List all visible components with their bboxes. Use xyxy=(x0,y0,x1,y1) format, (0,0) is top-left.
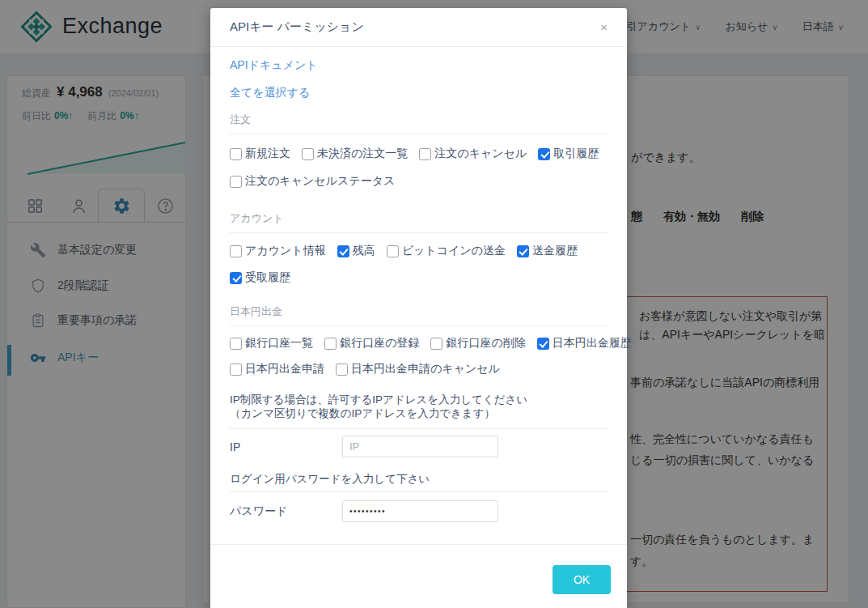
permission-checkbox-label: 注文のキャンセルステータス xyxy=(245,174,395,189)
checkbox-row: 新規注文未決済の注文一覧注文のキャンセル取引履歴 xyxy=(230,145,608,163)
password-note: ログイン用パスワードを入力して下さい xyxy=(230,472,608,486)
ip-input[interactable] xyxy=(342,436,498,457)
permission-checkbox[interactable]: 未決済の注文一覧 xyxy=(302,147,408,161)
modal-body: APIドキュメント 全てを選択する 注文新規注文未決済の注文一覧注文のキャンセル… xyxy=(210,57,627,522)
section-title: 日本円出金 xyxy=(230,304,608,319)
api-permission-modal: APIキー パーミッション × APIドキュメント 全てを選択する 注文新規注文… xyxy=(210,8,627,608)
checkbox-row: アカウント情報残高ビットコインの送金送金履歴 xyxy=(230,242,608,260)
checkbox-row: 受取履歴 xyxy=(230,269,608,287)
ip-field-row: IP xyxy=(230,436,608,457)
modal-title: APIキー パーミッション xyxy=(230,19,364,35)
permission-sections: 注文新規注文未決済の注文一覧注文のキャンセル取引履歴注文のキャンセルステータスア… xyxy=(230,113,608,378)
checkbox-unchecked-icon[interactable] xyxy=(387,245,399,257)
checkbox-checked-icon[interactable] xyxy=(517,245,529,257)
permission-checkbox[interactable]: 新規注文 xyxy=(230,147,290,161)
password-field-label: パスワード xyxy=(230,504,342,519)
divider xyxy=(230,232,608,233)
permission-checkbox[interactable]: 送金履歴 xyxy=(517,244,578,258)
modal-footer: OK xyxy=(210,544,627,594)
checkbox-row: 日本円出金申請日本円出金申請のキャンセル xyxy=(230,360,608,378)
permission-checkbox[interactable]: 注文のキャンセル xyxy=(419,147,527,161)
permission-checkbox-label: 新規注文 xyxy=(245,147,290,161)
permission-checkbox[interactable]: 取引履歴 xyxy=(538,147,599,161)
checkbox-checked-icon[interactable] xyxy=(537,338,549,350)
permission-checkbox-label: 受取履歴 xyxy=(245,270,290,285)
ip-restriction-note: IP制限する場合は、許可するIPアドレスを入力してください （カンマ区切りで複数… xyxy=(230,393,608,420)
select-all-link[interactable]: 全てを選択する xyxy=(230,84,310,100)
permission-checkbox[interactable]: 受取履歴 xyxy=(230,270,290,285)
checkbox-unchecked-icon[interactable] xyxy=(230,148,242,160)
ip-field-label: IP xyxy=(230,440,342,453)
permission-checkbox[interactable]: 日本円出金申請 xyxy=(230,362,324,376)
permission-checkbox-label: 取引履歴 xyxy=(553,147,599,161)
checkbox-checked-icon[interactable] xyxy=(337,245,349,257)
checkbox-unchecked-icon[interactable] xyxy=(230,245,242,257)
permission-checkbox[interactable]: 注文のキャンセルステータス xyxy=(230,174,395,189)
permission-checkbox[interactable]: 銀行口座の削除 xyxy=(430,336,525,351)
permission-checkbox[interactable]: 残高 xyxy=(337,244,375,258)
permission-checkbox-label: 銀行口座の登録 xyxy=(340,336,419,351)
section-title: 注文 xyxy=(230,113,608,127)
permission-checkbox[interactable]: 日本円出金申請のキャンセル xyxy=(336,362,500,376)
divider xyxy=(230,134,608,134)
password-field-row: パスワード xyxy=(230,500,608,522)
checkbox-checked-icon[interactable] xyxy=(538,148,550,160)
permission-checkbox-label: 残高 xyxy=(353,244,375,258)
ok-button[interactable]: OK xyxy=(553,565,611,594)
divider xyxy=(230,428,608,429)
permission-checkbox-label: 銀行口座の削除 xyxy=(446,336,525,351)
password-input[interactable] xyxy=(342,500,498,522)
permission-checkbox[interactable]: 銀行口座の登録 xyxy=(324,336,419,351)
api-document-link[interactable]: APIドキュメント xyxy=(230,57,318,73)
permission-checkbox-label: 日本円出金履歴 xyxy=(553,336,632,351)
permission-checkbox[interactable]: ビットコインの送金 xyxy=(387,244,506,258)
permission-checkbox[interactable]: アカウント情報 xyxy=(230,244,326,258)
permission-checkbox-label: アカウント情報 xyxy=(245,244,326,258)
checkbox-unchecked-icon[interactable] xyxy=(230,176,242,188)
checkbox-row: 注文のキャンセルステータス xyxy=(230,172,608,190)
divider xyxy=(230,325,608,326)
close-icon[interactable]: × xyxy=(600,21,608,33)
section-title: アカウント xyxy=(230,211,608,226)
checkbox-unchecked-icon[interactable] xyxy=(430,338,442,350)
divider xyxy=(230,491,608,492)
permission-checkbox[interactable]: 日本円出金履歴 xyxy=(537,336,632,351)
permission-checkbox-label: 注文のキャンセル xyxy=(434,147,527,161)
checkbox-unchecked-icon[interactable] xyxy=(324,338,337,350)
checkbox-unchecked-icon[interactable] xyxy=(302,148,314,160)
permission-checkbox-label: 日本円出金申請のキャンセル xyxy=(351,362,500,376)
checkbox-unchecked-icon[interactable] xyxy=(336,364,348,376)
checkbox-unchecked-icon[interactable] xyxy=(230,364,242,376)
modal-header: APIキー パーミッション × xyxy=(210,8,627,47)
checkbox-row: 銀行口座一覧銀行口座の登録銀行口座の削除日本円出金履歴 xyxy=(230,334,608,352)
permission-checkbox-label: 日本円出金申請 xyxy=(245,362,324,376)
permission-checkbox-label: 送金履歴 xyxy=(532,244,578,258)
permission-checkbox-label: ビットコインの送金 xyxy=(402,244,506,258)
checkbox-checked-icon[interactable] xyxy=(230,272,242,284)
permission-checkbox[interactable]: 銀行口座一覧 xyxy=(230,336,313,351)
checkbox-unchecked-icon[interactable] xyxy=(230,338,242,350)
permission-checkbox-label: 未決済の注文一覧 xyxy=(317,147,408,161)
checkbox-unchecked-icon[interactable] xyxy=(419,148,431,160)
permission-checkbox-label: 銀行口座一覧 xyxy=(245,336,313,351)
